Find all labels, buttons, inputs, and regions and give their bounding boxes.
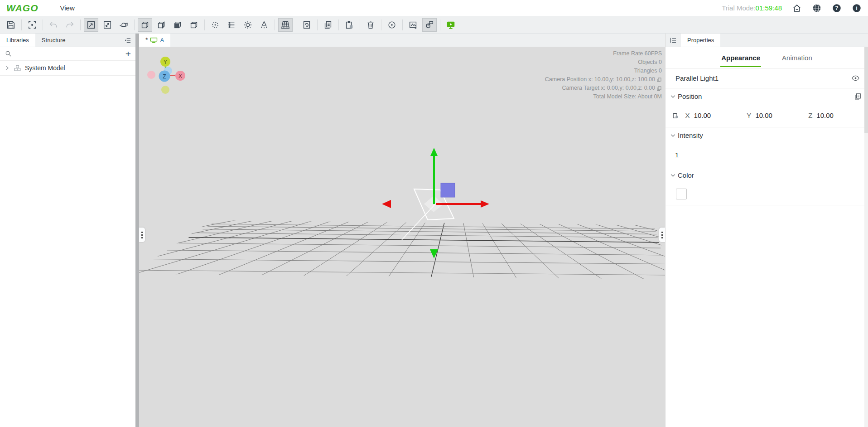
position-z-label: Z bbox=[808, 112, 812, 119]
home-icon[interactable] bbox=[792, 3, 802, 13]
properties-scrollbar[interactable] bbox=[864, 47, 868, 427]
wago-logo: WAGO bbox=[6, 3, 39, 14]
delete-button[interactable] bbox=[363, 18, 378, 32]
model-cubes-icon bbox=[14, 64, 21, 72]
search-input[interactable] bbox=[16, 50, 122, 57]
right-panel-resize-handle[interactable] bbox=[659, 228, 665, 242]
position-x-label: X bbox=[685, 112, 690, 119]
copy-button[interactable] bbox=[321, 18, 335, 32]
focus-preview-button[interactable] bbox=[25, 18, 39, 32]
light-object-cube[interactable] bbox=[441, 183, 455, 197]
search-icon bbox=[5, 50, 12, 58]
view-cube-wireframe-button[interactable] bbox=[138, 18, 152, 32]
x-axis-negative-arrowhead[interactable] bbox=[382, 200, 391, 208]
intensity-section-header: Intensity bbox=[665, 127, 868, 143]
collapse-right-panel-button[interactable] bbox=[665, 34, 681, 47]
properties-subtabs: Appearance Animation bbox=[665, 47, 868, 68]
collapse-left-panel-button[interactable] bbox=[120, 34, 135, 47]
gizmo-y-negative[interactable] bbox=[161, 86, 169, 94]
redo-button[interactable] bbox=[63, 18, 77, 32]
trial-mode-timer: Trial Mode:01:59:48 bbox=[722, 4, 782, 12]
spot-light-button[interactable] bbox=[257, 18, 271, 32]
scene-tab-a[interactable]: * A bbox=[139, 34, 170, 47]
color-section-header: Color bbox=[665, 167, 868, 183]
grid-toggle-button[interactable] bbox=[278, 18, 293, 32]
info-icon[interactable]: i bbox=[852, 3, 862, 13]
selected-object-name: Parallel Light1 bbox=[675, 74, 719, 82]
paste-button[interactable] bbox=[342, 18, 357, 32]
tree-item-system-model[interactable]: System Model bbox=[0, 61, 135, 76]
gizmo-z-label: Z bbox=[163, 73, 166, 80]
record-target-button[interactable] bbox=[385, 18, 399, 32]
chevron-down-icon[interactable] bbox=[670, 172, 676, 179]
toolbar-separator bbox=[43, 19, 43, 30]
viewport-column: * A Frame Rate 60FPS Objects 0 Triangles… bbox=[139, 34, 665, 427]
scrollbar-thumb[interactable] bbox=[864, 47, 868, 133]
screenshot-button[interactable] bbox=[406, 18, 420, 32]
position-y-field: Y 10.00 bbox=[747, 112, 802, 119]
visibility-eye-icon[interactable] bbox=[851, 74, 860, 82]
scene-label-button[interactable] bbox=[422, 18, 437, 32]
left-panel-resize-handle[interactable] bbox=[139, 228, 145, 242]
scene-refresh-button[interactable] bbox=[299, 18, 314, 32]
3d-viewport-canvas[interactable]: Frame Rate 60FPS Objects 0 Triangles 0 C… bbox=[139, 47, 665, 427]
toolbar-separator bbox=[440, 19, 440, 30]
chevron-right-icon[interactable] bbox=[4, 65, 10, 71]
menu-view[interactable]: View bbox=[60, 4, 75, 12]
help-icon[interactable]: ? bbox=[832, 3, 842, 13]
main-toolbar bbox=[0, 16, 868, 34]
application-window: WAGO View Trial Mode:01:59:48 ? i bbox=[0, 0, 868, 427]
tab-libraries[interactable]: Libraries bbox=[0, 34, 35, 47]
chevron-down-icon[interactable] bbox=[670, 93, 676, 100]
title-bar: WAGO View Trial Mode:01:59:48 ? i bbox=[0, 0, 868, 16]
view-cube-side-button[interactable] bbox=[154, 18, 169, 32]
selected-object-row: Parallel Light1 bbox=[665, 68, 868, 88]
position-z-field: Z 10.00 bbox=[808, 112, 863, 119]
gizmo-y-label: Y bbox=[164, 59, 167, 65]
position-y-value[interactable]: 10.00 bbox=[755, 112, 772, 119]
undo-button[interactable] bbox=[46, 18, 61, 32]
gizmo-x-label: X bbox=[178, 73, 182, 79]
fit-view-button[interactable] bbox=[100, 18, 115, 32]
y-axis-arrowhead[interactable] bbox=[430, 148, 438, 156]
position-fields-row: X 10.00 Y 10.00 Z 10.00 bbox=[665, 104, 868, 127]
intensity-value[interactable]: 1 bbox=[675, 151, 679, 159]
point-light-button[interactable] bbox=[208, 18, 222, 32]
scene-3d-render: Y X Z bbox=[139, 47, 665, 427]
paste-position-icon[interactable] bbox=[672, 112, 679, 120]
position-x-field: X 10.00 bbox=[685, 112, 741, 119]
view-cube-top-button[interactable] bbox=[187, 18, 201, 32]
copy-position-icon[interactable] bbox=[854, 92, 862, 100]
globe-icon[interactable] bbox=[812, 3, 822, 13]
tab-animation[interactable]: Animation bbox=[781, 49, 813, 67]
color-swatch[interactable] bbox=[676, 189, 687, 199]
view-cube-solid-button[interactable] bbox=[170, 18, 185, 32]
pan-view-button[interactable] bbox=[84, 18, 98, 32]
run-simulation-button[interactable] bbox=[444, 18, 458, 32]
color-swatch-row bbox=[665, 183, 868, 205]
svg-text:?: ? bbox=[835, 5, 838, 11]
position-z-value[interactable]: 10.00 bbox=[816, 112, 834, 119]
parallel-light-button[interactable] bbox=[224, 18, 239, 32]
toolbar-separator bbox=[204, 19, 205, 30]
libraries-panel: Libraries Structure + System Model bbox=[0, 34, 135, 427]
position-section-header: Position bbox=[665, 88, 868, 104]
add-library-button[interactable]: + bbox=[125, 49, 131, 58]
color-section-title: Color bbox=[678, 171, 694, 179]
left-panel-divider[interactable] bbox=[135, 34, 139, 427]
toolbar-separator bbox=[134, 19, 135, 30]
chevron-down-icon[interactable] bbox=[670, 132, 676, 139]
position-y-label: Y bbox=[747, 112, 751, 119]
trial-time-value: 01:59:48 bbox=[756, 4, 782, 12]
toolbar-separator bbox=[338, 19, 339, 30]
toolbar-separator bbox=[402, 19, 403, 30]
save-button[interactable] bbox=[4, 18, 18, 32]
orbit-view-button[interactable] bbox=[116, 18, 131, 32]
tab-appearance[interactable]: Appearance bbox=[720, 49, 761, 67]
tab-structure[interactable]: Structure bbox=[35, 34, 72, 47]
tab-properties[interactable]: Properties bbox=[681, 34, 720, 47]
x-axis-arrowhead[interactable] bbox=[481, 200, 489, 208]
sun-light-button[interactable] bbox=[241, 18, 255, 32]
position-x-value[interactable]: 10.00 bbox=[694, 112, 711, 119]
gizmo-x-negative[interactable] bbox=[147, 71, 155, 79]
